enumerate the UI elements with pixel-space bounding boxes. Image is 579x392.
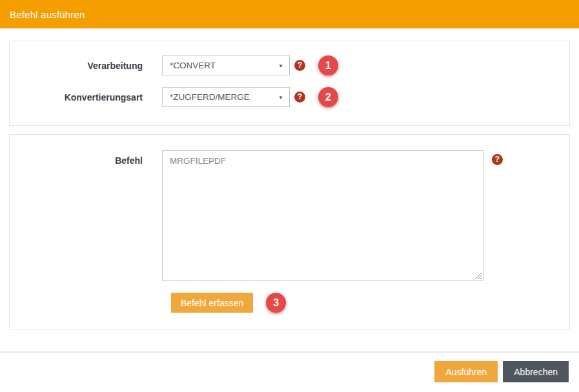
abbrechen-button[interactable]: Abbrechen <box>503 361 569 382</box>
befehl-panel: Befehl MRGFILEPDF ? Befehl erfassen 3 <box>9 134 570 329</box>
step-badge-2: 2 <box>318 87 338 107</box>
form-row-befehl: Befehl MRGFILEPDF ? <box>10 150 569 281</box>
verarbeitung-selected-value: *CONVERT <box>170 61 216 70</box>
konvertierungsart-select[interactable]: *ZUGFERD/MERGE ▼ <box>162 87 290 107</box>
befehl-ausfuehren-dialog: Befehl ausführen Verarbeitung *CONVERT ▼… <box>0 0 579 382</box>
dialog-footer: Ausführen Abbrechen <box>0 361 579 382</box>
conversion-settings-panel: Verarbeitung *CONVERT ▼ ? 1 Konvertierun… <box>9 41 570 126</box>
chevron-down-icon: ▼ <box>278 94 283 100</box>
konvertierungsart-selected-value: *ZUGFERD/MERGE <box>170 92 250 102</box>
verarbeitung-label: Verarbeitung <box>10 61 143 71</box>
capture-row: Befehl erfassen 3 <box>171 293 569 313</box>
verarbeitung-select[interactable]: *CONVERT ▼ <box>162 55 290 75</box>
ausfuehren-button[interactable]: Ausführen <box>434 361 498 382</box>
dialog-title: Befehl ausführen <box>10 9 85 20</box>
konvertierungsart-label: Konvertierungsart <box>10 92 143 103</box>
dialog-header: Befehl ausführen <box>0 0 579 28</box>
help-icon[interactable]: ? <box>294 60 305 71</box>
befehl-textarea-wrap: MRGFILEPDF <box>162 150 483 281</box>
form-row-konvertierungsart: Konvertierungsart *ZUGFERD/MERGE ▼ ? 2 <box>10 87 569 107</box>
help-icon[interactable]: ? <box>294 92 305 103</box>
befehl-textarea[interactable]: MRGFILEPDF <box>162 150 483 281</box>
befehl-erfassen-button[interactable]: Befehl erfassen <box>171 293 253 313</box>
help-icon[interactable]: ? <box>492 154 503 165</box>
step-badge-3: 3 <box>266 293 286 313</box>
chevron-down-icon: ▼ <box>278 63 283 68</box>
footer-divider <box>0 351 579 353</box>
form-row-verarbeitung: Verarbeitung *CONVERT ▼ ? 1 <box>10 55 569 75</box>
befehl-label: Befehl <box>10 155 143 166</box>
step-badge-1: 1 <box>318 55 338 75</box>
